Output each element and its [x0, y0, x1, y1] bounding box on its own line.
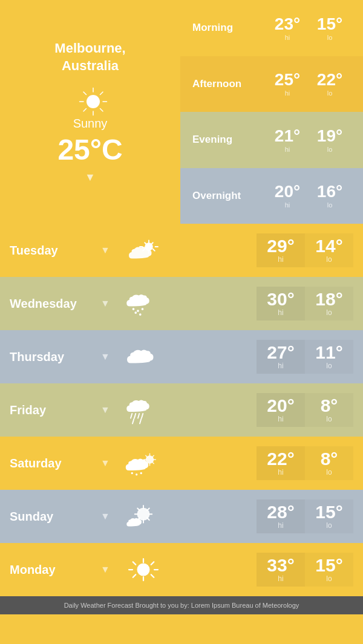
monday-chevron-icon: ▼	[100, 564, 110, 575]
svg-line-46	[137, 509, 140, 511]
friday-lo: 8° lo	[305, 393, 353, 427]
svg-point-39	[136, 473, 137, 475]
svg-line-5	[100, 109, 103, 112]
sunday-temps: 28° hi 15° lo	[257, 499, 353, 533]
thursday-lo: 11° lo	[305, 340, 353, 374]
cloud-snow-icon	[125, 288, 162, 319]
svg-line-47	[147, 518, 149, 520]
svg-line-34	[146, 455, 148, 457]
svg-point-38	[131, 472, 132, 474]
partly-cloudy-sun-icon	[125, 235, 162, 265]
current-condition-icon	[72, 86, 114, 117]
overnight-lo: 16° lo	[309, 183, 351, 209]
svg-line-28	[140, 419, 141, 424]
sunday-lo: 15° lo	[305, 499, 353, 533]
location-title: Melbourne, Australia	[54, 40, 125, 74]
svg-line-56	[151, 562, 154, 565]
svg-point-22	[139, 313, 142, 316]
svg-line-26	[142, 414, 143, 418]
sunday-row[interactable]: Sunday ▼	[0, 490, 363, 543]
tuesday-label: Tuesday	[10, 244, 100, 258]
svg-line-57	[133, 574, 136, 577]
friday-chevron-icon: ▼	[100, 405, 110, 415]
time-of-day-panel: Morning 23° hi 15° lo Afternoon	[180, 0, 363, 224]
svg-line-48	[147, 509, 149, 511]
monday-weather-icon	[122, 555, 165, 585]
saturday-chevron-icon: ▼	[100, 458, 110, 469]
cloud-sun-icon	[125, 448, 162, 478]
monday-hi: 33° hi	[257, 553, 305, 587]
wednesday-temps: 30° hi 18° lo	[257, 287, 353, 320]
top-section: Melbourne, Australia Sunny 25°C ▼	[0, 0, 363, 224]
monday-temps: 33° hi 15° lo	[257, 553, 353, 587]
friday-row[interactable]: Friday ▼ 20° hi 8° lo	[0, 383, 363, 437]
svg-point-18	[132, 308, 134, 310]
saturday-weather-icon	[122, 448, 165, 478]
evening-lo: 19° lo	[309, 127, 351, 153]
forecast-section: Tuesday ▼	[0, 224, 363, 596]
city-name: Melbourne,	[54, 41, 125, 56]
overnight-hi: 20° hi	[266, 183, 309, 209]
tuesday-row[interactable]: Tuesday ▼	[0, 224, 363, 277]
sunday-hi: 28° hi	[257, 499, 305, 533]
thursday-label: Thursday	[10, 350, 100, 364]
wednesday-hi: 30° hi	[257, 287, 305, 320]
afternoon-hi: 25° hi	[266, 71, 309, 97]
svg-line-7	[83, 109, 87, 112]
saturday-lo: 8° lo	[305, 446, 353, 480]
condition-label: Sunny	[73, 117, 108, 131]
sunday-weather-icon	[122, 501, 165, 532]
sun-icon	[75, 86, 111, 117]
svg-point-58	[137, 564, 149, 576]
afternoon-lo: 22° lo	[309, 71, 351, 97]
svg-line-6	[100, 92, 103, 95]
svg-line-25	[138, 414, 139, 418]
friday-label: Friday	[10, 403, 100, 417]
afternoon-row: Afternoon 25° hi 22° lo	[180, 56, 363, 112]
friday-weather-icon	[122, 395, 165, 425]
cloud-rain-icon	[125, 395, 162, 425]
friday-hi: 20° hi	[257, 393, 305, 427]
svg-line-54	[133, 562, 136, 565]
evening-label: Evening	[192, 134, 266, 146]
tuesday-lo: 14° lo	[305, 233, 353, 267]
svg-point-19	[137, 310, 139, 312]
monday-sun-icon	[125, 555, 162, 585]
svg-point-40	[140, 472, 142, 474]
morning-label: Morning	[192, 22, 266, 34]
svg-line-23	[131, 414, 132, 418]
morning-lo: 15° lo	[309, 15, 351, 41]
svg-point-21	[134, 311, 137, 314]
wednesday-lo: 18° lo	[305, 287, 353, 320]
evening-hi: 21° hi	[266, 127, 309, 153]
chevron-down-icon[interactable]: ▼	[85, 171, 96, 184]
wednesday-label: Wednesday	[10, 297, 100, 311]
afternoon-label: Afternoon	[192, 78, 266, 90]
svg-point-20	[141, 308, 143, 310]
wednesday-row[interactable]: Wednesday ▼ 30° hi 18° lo	[0, 277, 363, 330]
current-temp: 25°C	[57, 133, 122, 166]
wednesday-weather-icon	[122, 288, 165, 319]
country-name: Australia	[62, 58, 119, 73]
monday-lo: 15° lo	[305, 553, 353, 587]
svg-line-55	[151, 574, 154, 577]
thursday-weather-icon	[122, 342, 165, 372]
sunday-chevron-icon: ▼	[100, 511, 110, 522]
overnight-label: Overnight	[192, 190, 266, 202]
tuesday-chevron-icon: ▼	[100, 245, 110, 256]
svg-line-36	[152, 455, 154, 457]
current-weather-panel: Melbourne, Australia Sunny 25°C ▼	[0, 0, 180, 224]
overnight-row: Overnight 20° hi 16° lo	[180, 168, 363, 224]
saturday-row[interactable]: Saturday ▼	[0, 437, 363, 490]
thursday-row[interactable]: Thursday ▼ 27° hi 11° lo	[0, 330, 363, 383]
sunday-label: Sunday	[10, 510, 100, 524]
monday-row[interactable]: Monday ▼ 33° hi	[0, 543, 363, 596]
tuesday-temps: 29° hi 14° lo	[257, 233, 353, 267]
thursday-hi: 27° hi	[257, 340, 305, 374]
svg-line-4	[83, 92, 87, 95]
saturday-label: Saturday	[10, 457, 100, 470]
sun-cloud-icon	[125, 501, 162, 532]
svg-line-14	[153, 249, 155, 251]
cloud-icon	[125, 342, 162, 372]
footer-text: Daily Weather Forecast Brought to you by…	[64, 602, 299, 609]
